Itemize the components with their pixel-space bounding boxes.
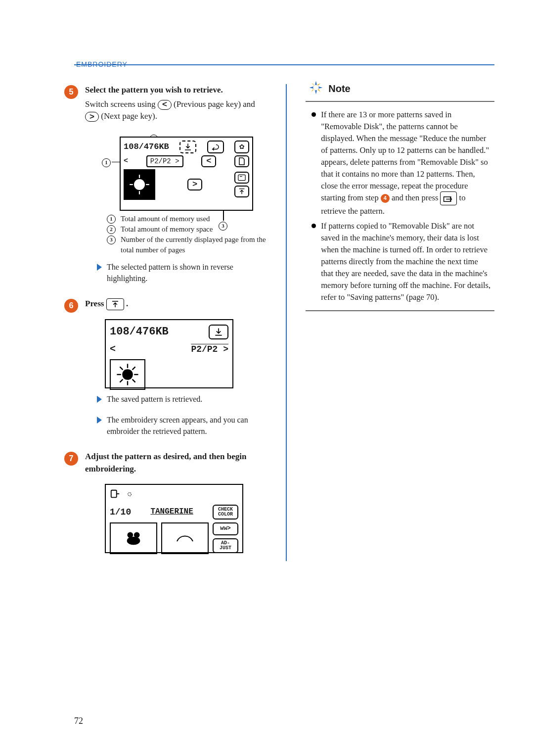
- svg-marker-21: [315, 81, 317, 86]
- step-6-title-post: .: [126, 299, 128, 308]
- bullet-disc-icon: [312, 224, 316, 228]
- step-5-text-c: (Next page key).: [101, 111, 157, 121]
- thread-color: TANGERINE: [150, 506, 193, 518]
- svg-marker-22: [318, 87, 323, 89]
- svg-point-6: [122, 369, 133, 380]
- callout-1-icon: 1: [102, 158, 111, 167]
- undo-icon: [207, 141, 224, 153]
- step-count: 1/10: [110, 506, 131, 519]
- step-5-text-b: (Previous page key) and: [174, 99, 255, 109]
- step-5-screen: 1 2 3 108/476KB: [105, 137, 258, 211]
- note-burst-icon: [309, 80, 323, 97]
- page-number: 72: [74, 716, 83, 726]
- step-7: 7 Adjust the pattern as desired, and the…: [64, 451, 267, 556]
- svg-rect-5: [238, 175, 245, 181]
- pattern-thumb: [110, 359, 145, 390]
- callout-line: [223, 211, 224, 221]
- card-icon: [234, 172, 249, 184]
- note-heading: Note: [309, 80, 368, 97]
- legend-3: Number of the currently displayed page f…: [121, 235, 267, 255]
- svg-line-12: [133, 379, 135, 382]
- callout-3-icon: 3: [219, 222, 227, 231]
- section-rule: [74, 64, 494, 65]
- svg-point-19: [128, 532, 134, 538]
- legend-2: Total amount of memory space: [121, 224, 213, 235]
- memory-readout: 108/476KB: [124, 141, 169, 153]
- export-icon: [234, 186, 249, 197]
- svg-point-17: [128, 493, 132, 496]
- note-item-2: If patterns copied to "Removable Disk" a…: [312, 220, 491, 303]
- legend-num-3: 3: [107, 236, 116, 244]
- svg-point-0: [134, 179, 145, 190]
- svg-marker-26: [312, 83, 315, 86]
- preview-full: [110, 522, 157, 554]
- next-page-key-icon: >: [85, 112, 99, 122]
- svg-marker-28: [312, 89, 314, 92]
- svg-line-14: [120, 379, 123, 382]
- legend-num-1: 1: [107, 215, 116, 224]
- selected-pattern-thumb: [124, 169, 155, 200]
- step-5-text: Switch screens using < (Previous page ke…: [85, 98, 267, 123]
- page-icon: [234, 155, 249, 167]
- right-arrow-icon: >: [187, 179, 202, 190]
- triangle-bullet-icon: [97, 396, 102, 403]
- svg-line-11: [120, 367, 123, 370]
- svg-line-13: [133, 367, 135, 370]
- svg-point-20: [134, 532, 140, 538]
- left-arrow-icon: <: [201, 155, 216, 167]
- pager-readout: P2/P2 >: [146, 155, 183, 167]
- pager-readout-2: P2/P2 >: [191, 343, 228, 356]
- note-2-text: If patterns copied to "Removable Disk" a…: [321, 220, 491, 303]
- step-6-result-a: The saved pattern is retrieved.: [97, 393, 267, 405]
- column-divider: [286, 84, 287, 561]
- step-badge-7: 7: [64, 452, 78, 466]
- step-6-result-a-text: The saved pattern is retrieved.: [107, 393, 202, 405]
- manual-page: EMBROIDERY 5 Select the pattern you wish…: [0, 0, 534, 756]
- right-column: Note If there are 13 or more patterns sa…: [306, 84, 494, 561]
- step-ref-badge: 4: [381, 194, 390, 203]
- svg-marker-23: [315, 90, 317, 94]
- bullet-disc-icon: [312, 112, 316, 117]
- flower-icon: ✿: [234, 141, 249, 153]
- note-1-mid: and then press: [392, 193, 441, 202]
- note-box: If there are 13 or more patterns saved i…: [306, 101, 494, 311]
- svg-marker-25: [317, 83, 321, 87]
- import-icon: [179, 141, 196, 153]
- note-title: Note: [328, 83, 350, 94]
- legend-1: Total amount of memory used: [121, 214, 210, 224]
- step-6: 6 Press . 108/476KB: [64, 298, 267, 446]
- legend-num-2: 2: [107, 225, 116, 234]
- note-item-1: If there are 13 or more patterns saved i…: [312, 109, 491, 217]
- stitch-forward-icon: ww>: [213, 522, 238, 535]
- sun-icon: [125, 489, 134, 503]
- svg-marker-27: [317, 89, 321, 92]
- two-column-layout: 5 Select the pattern you wish to retriev…: [40, 84, 494, 561]
- triangle-bullet-icon: [97, 264, 102, 271]
- step-7-title: Adjust the pattern as desired, and then …: [85, 451, 267, 475]
- check-color-button: CHECK COLOR: [213, 505, 238, 520]
- step-6-title-pre: Press: [85, 299, 106, 308]
- step-6-result-b: The embroidery screen appears, and you c…: [97, 414, 267, 437]
- step-badge-5: 5: [64, 85, 78, 99]
- note-1-pre: If there are 13 or more patterns saved i…: [321, 110, 489, 202]
- computer-retrieve-icon: [440, 191, 457, 205]
- step-badge-6: 6: [64, 299, 78, 313]
- foot-icon: [110, 489, 121, 504]
- step-7-screen: 1/10 TANGERINE CHECK COLOR: [105, 484, 267, 553]
- step-6-result-b-text: The embroidery screen appears, and you c…: [107, 414, 267, 437]
- preview-part: [161, 522, 209, 554]
- step-5-result-text: The selected pattern is shown in reverse…: [107, 261, 267, 284]
- step-6-screen: 108/476KB < P2/P2 >: [105, 319, 267, 388]
- step-5: 5 Select the pattern you wish to retriev…: [64, 84, 267, 293]
- step-5-title: Select the pattern you wish to retrieve.: [85, 84, 267, 96]
- adjust-button: AD- JUST: [213, 538, 238, 553]
- svg-point-18: [127, 537, 140, 545]
- svg-rect-15: [111, 490, 117, 498]
- step-5-legend: 1Total amount of memory used 2Total amou…: [107, 214, 267, 255]
- step-5-result: The selected pattern is shown in reverse…: [97, 261, 267, 284]
- import-icon: [209, 325, 228, 339]
- left-column: 5 Select the pattern you wish to retriev…: [64, 84, 267, 561]
- svg-marker-24: [310, 87, 314, 89]
- prev-page-key-icon: <: [158, 100, 172, 110]
- step-5-text-a: Switch screens using: [85, 99, 158, 109]
